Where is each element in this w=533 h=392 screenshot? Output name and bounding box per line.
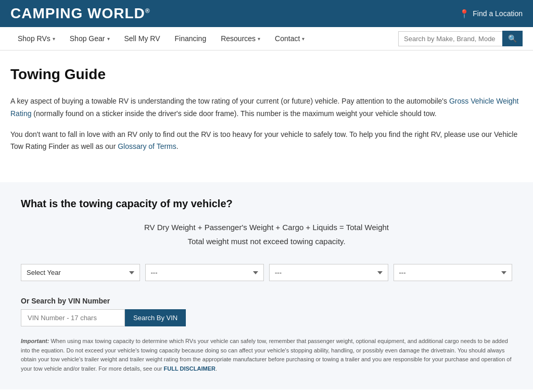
nav-item-financing[interactable]: Financing — [167, 27, 213, 50]
intro-paragraph-2: You don't want to fall in love with an R… — [10, 129, 523, 154]
logo: CAMPING WORLD® — [10, 5, 150, 22]
vin-input-row: Search By VIN — [21, 309, 512, 326]
model-dropdown-wrap: --- — [269, 264, 388, 281]
disclaimer-text: Important: When using max towing capacit… — [21, 337, 512, 373]
chevron-down-icon: ▾ — [302, 36, 304, 42]
find-location-link[interactable]: 📍 Find a Location — [459, 9, 523, 19]
vin-search-button[interactable]: Search By VIN — [125, 309, 186, 326]
location-icon: 📍 — [459, 9, 469, 19]
formula-block: RV Dry Weight + Passenger's Weight + Car… — [21, 220, 512, 248]
nav-bar: Shop RVs ▾ Shop Gear ▾ Sell My RV Financ… — [0, 27, 533, 50]
search-input[interactable] — [398, 31, 502, 46]
vin-input[interactable] — [21, 309, 125, 326]
nav-item-contact[interactable]: Contact ▾ — [268, 27, 312, 50]
trim-dropdown[interactable]: --- — [394, 264, 513, 281]
full-disclaimer-link[interactable]: FULL DISCLAIMER — [164, 365, 215, 372]
intro-paragraph-1: A key aspect of buying a towable RV is u… — [10, 95, 523, 120]
nav-item-shop-rvs[interactable]: Shop RVs ▾ — [10, 27, 62, 50]
towing-section: What is the towing capacity of my vehicl… — [0, 182, 533, 389]
nav-item-sell-my-rv[interactable]: Sell My RV — [117, 27, 168, 50]
make-dropdown[interactable]: --- — [145, 264, 264, 281]
main-content: Towing Guide A key aspect of buying a to… — [0, 50, 533, 172]
top-header: CAMPING WORLD® 📍 Find a Location — [0, 0, 533, 27]
chevron-down-icon: ▾ — [53, 36, 55, 42]
dropdowns-row: Select Year 2024 2023 2022 --- --- --- — [21, 264, 512, 281]
year-dropdown[interactable]: Select Year 2024 2023 2022 — [21, 264, 140, 281]
model-dropdown[interactable]: --- — [269, 264, 388, 281]
chevron-down-icon: ▾ — [107, 36, 110, 42]
vin-label: Or Search by VIN Number — [21, 297, 512, 305]
page-title: Towing Guide — [10, 66, 523, 83]
nav-item-shop-gear[interactable]: Shop Gear ▾ — [62, 27, 117, 50]
search-button[interactable]: 🔍 — [502, 31, 523, 46]
formula-line1: RV Dry Weight + Passenger's Weight + Car… — [21, 220, 512, 234]
towing-section-title: What is the towing capacity of my vehicl… — [21, 198, 512, 210]
vin-section: Or Search by VIN Number Search By VIN — [21, 297, 512, 326]
nav-item-resources[interactable]: Resources ▾ — [213, 27, 268, 50]
make-dropdown-wrap: --- — [145, 264, 264, 281]
chevron-down-icon: ▾ — [258, 36, 260, 42]
formula-line2: Total weight must not exceed towing capa… — [21, 234, 512, 248]
glossary-link[interactable]: Glossary of Terms — [118, 142, 176, 150]
search-area: 🔍 — [398, 31, 523, 46]
trim-dropdown-wrap: --- — [394, 264, 513, 281]
year-dropdown-wrap: Select Year 2024 2023 2022 — [21, 264, 140, 281]
